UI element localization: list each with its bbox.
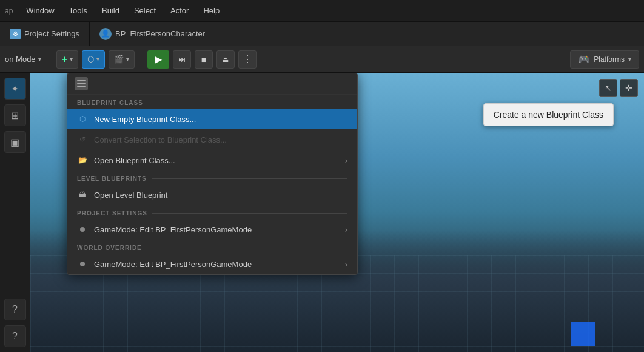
level-bp-icon: 🏔 [77,189,88,200]
mode-dropdown-arrow[interactable]: ▾ [38,56,41,63]
menu-tools[interactable]: Tools [63,4,93,18]
step-forward-button[interactable]: ⏭ [173,50,191,69]
gamemode-project-label: GameMode: Edit BP_FirstPersonGameMode [94,225,252,234]
hamburger-line-3 [77,86,86,87]
mode-label: on Mode [5,55,36,64]
menu-gamemode-project[interactable]: GameMode: Edit BP_FirstPersonGameMode › [67,219,357,240]
menu-convert-bp: ↺ Convert Selection to Blueprint Class..… [67,129,357,150]
sidebar-landscape-btn[interactable]: ⊞ [4,104,26,126]
convert-icon: ↺ [77,134,88,145]
help2-icon: ? [12,331,18,342]
menu-map-label: ap [5,7,13,15]
open-bp-arrow: › [345,156,347,165]
settings-icon: ⚙ [10,29,21,39]
toolbar: on Mode ▾ + ▾ ⬡ ▾ 🎬 ▾ ▶ ⏭ ■ ⏏ ⋮ 🎮 Platfo… [0,46,644,73]
section-world-override: World Override [67,240,357,254]
new-empty-bp-label: New Empty Blueprint Class... [94,115,196,124]
gamemode-project-icon [77,224,88,235]
section-blueprint-class: Blueprint Class [67,95,357,109]
open-bp-icon: 📂 [77,155,88,166]
viewport-tools: ↖ ✛ [599,79,638,97]
new-bp-icon: ⬡ [77,113,88,124]
hamburger-line-2 [77,83,86,84]
menu-actor[interactable]: Actor [164,4,195,18]
platforms-icon: 🎮 [578,53,590,65]
tab-project-settings[interactable]: ⚙ Project Settings [0,22,90,46]
scene-blue-box [571,322,595,346]
add-icon: + [62,54,67,65]
add-dropdown-arrow: ▾ [70,56,73,63]
cinematic-dropdown-arrow: ▾ [126,56,129,63]
menu-new-empty-bp[interactable]: ⬡ New Empty Blueprint Class... [67,109,357,129]
viewport: ↖ ✛ Create a new Blueprint Class Bluepri… [30,73,644,352]
open-bp-label: Open Blueprint Class... [94,156,175,165]
transform-tool-btn[interactable]: ✛ [620,79,638,97]
tab-bp-character[interactable]: 👤 BP_FirstPersonCharacter [90,22,215,46]
menu-window[interactable]: Window [20,4,60,18]
tab-bp-char-label: BP_FirstPersonCharacter [115,29,205,38]
gamemode-project-arrow: › [345,225,347,234]
menu-select[interactable]: Select [128,4,162,18]
cinematic-icon: 🎬 [114,55,124,64]
gamemode-world-icon [77,259,88,269]
tabbar: ⚙ Project Settings 👤 BP_FirstPersonChara… [0,22,644,46]
open-level-bp-label: Open Level Blueprint [94,191,167,200]
placement-icon: ✦ [11,83,19,95]
menu-open-level-bp[interactable]: 🏔 Open Level Blueprint [67,184,357,205]
tooltip-text: Create a new Blueprint Class [494,110,603,120]
menu-gamemode-world[interactable]: GameMode: Edit BP_FirstPersonGameMode › [67,254,357,274]
gamemode-world-arrow: › [345,260,347,269]
blueprint-dropdown-menu: Blueprint Class ⬡ New Empty Blueprint Cl… [67,73,358,275]
blueprint-dropdown-arrow: ▾ [96,56,99,63]
hamburger-line-1 [77,80,86,81]
section-project-settings: Project Settings [67,205,357,219]
play-button[interactable]: ▶ [147,50,169,69]
main-area: ✦ ⊞ ▣ ? ? ↖ ✛ [0,73,644,352]
help1-icon: ? [12,304,18,315]
menu-help[interactable]: Help [197,4,226,18]
section-level-blueprints: Level Blueprints [67,171,357,184]
dropdown-hamburger[interactable] [75,77,88,90]
sidebar-help2-btn[interactable]: ? [4,325,26,347]
menubar: ap Window Tools Build Select Actor Help [0,0,644,22]
toolbar-divider-2 [141,52,141,67]
platforms-button[interactable]: 🎮 Platforms ▾ [570,50,639,69]
stop-button[interactable]: ■ [195,50,213,69]
add-dropdown-btn[interactable]: + ▾ [56,50,78,69]
cinematic-dropdown-btn[interactable]: 🎬 ▾ [109,50,135,69]
select-tool-btn[interactable]: ↖ [599,79,617,97]
toolbar-divider-1 [50,52,50,67]
platforms-label: Platforms [594,55,625,64]
sidebar-help1-btn[interactable]: ? [4,299,26,320]
blueprint-dropdown-btn[interactable]: ⬡ ▾ [82,50,105,69]
cursor-icon: ↖ [605,83,612,93]
menu-open-bp[interactable]: 📂 Open Blueprint Class... › [67,150,357,171]
left-sidebar: ✦ ⊞ ▣ ? ? [0,73,30,352]
platforms-arrow: ▾ [628,56,631,63]
gamemode-world-label: GameMode: Edit BP_FirstPersonGameMode [94,260,252,269]
blueprint-tooltip-box: Create a new Blueprint Class [483,103,614,126]
foliage-icon: ▣ [10,137,19,148]
menu-build[interactable]: Build [96,4,126,18]
transform-icon: ✛ [625,83,632,93]
tab-project-settings-label: Project Settings [24,29,79,38]
character-icon: 👤 [99,28,112,40]
eject-button[interactable]: ⏏ [216,50,235,69]
landscape-icon: ⊞ [11,110,19,121]
sidebar-placement-btn[interactable]: ✦ [4,78,26,100]
sidebar-foliage-btn[interactable]: ▣ [4,131,26,153]
convert-bp-label: Convert Selection to Blueprint Class... [94,135,227,144]
more-options-button[interactable]: ⋮ [238,50,257,69]
blueprint-icon: ⬡ [87,55,94,64]
